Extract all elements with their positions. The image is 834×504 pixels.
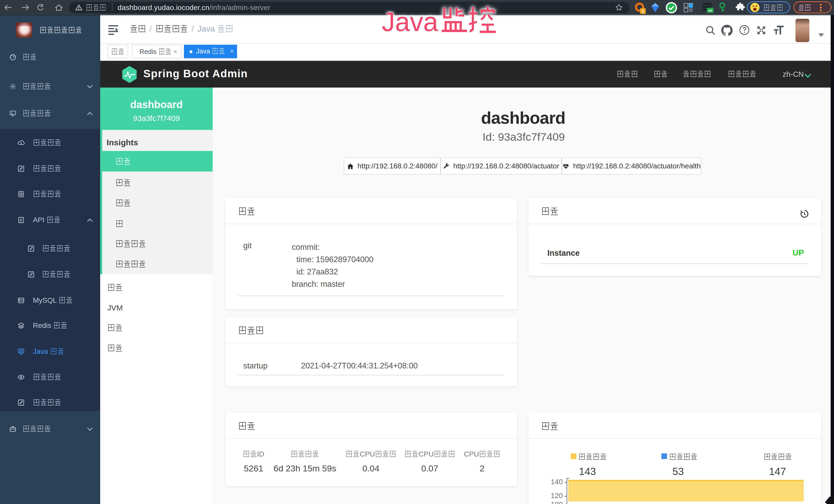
svg-text:1: 1 [642, 9, 644, 13]
svg-text:on: on [708, 8, 712, 12]
